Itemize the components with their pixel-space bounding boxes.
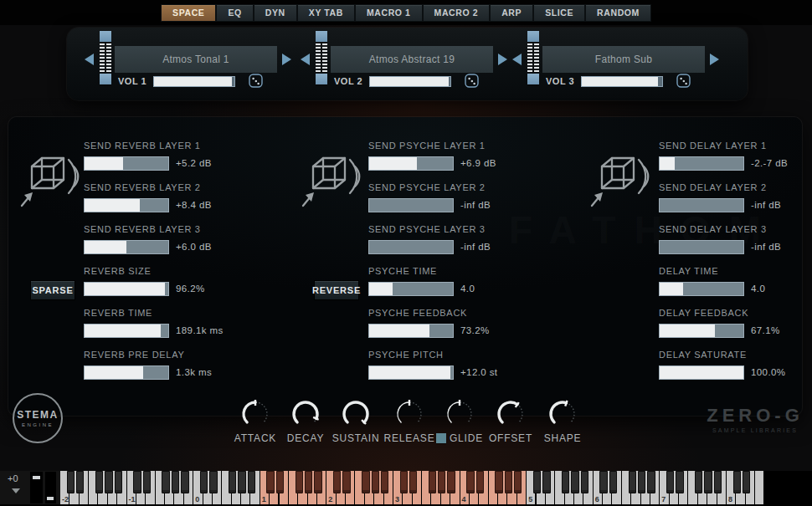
fader-handle[interactable] <box>33 476 40 479</box>
black-key[interactable] <box>542 471 550 493</box>
black-key[interactable] <box>105 471 112 493</box>
param-slider[interactable] <box>659 324 744 338</box>
black-key[interactable] <box>447 471 455 493</box>
tab-xy-tab[interactable]: XY TAB <box>298 5 354 21</box>
param-slider[interactable] <box>368 156 454 171</box>
tab-eq[interactable]: EQ <box>217 5 252 21</box>
black-key[interactable] <box>200 471 208 493</box>
black-key[interactable] <box>362 471 369 493</box>
param-slider[interactable] <box>84 282 169 296</box>
black-key[interactable] <box>647 471 655 493</box>
black-key[interactable] <box>609 471 617 493</box>
param-slider[interactable] <box>368 240 454 254</box>
param-slider[interactable] <box>368 198 454 212</box>
next-sample-button[interactable] <box>498 54 507 65</box>
param-slider[interactable] <box>659 282 744 296</box>
layer-select-top-button[interactable] <box>316 31 327 42</box>
randomize-sample-button[interactable] <box>249 74 263 88</box>
tab-dyn[interactable]: DYN <box>254 5 296 21</box>
black-key[interactable] <box>676 471 683 493</box>
black-key[interactable] <box>476 471 484 493</box>
volume-slider[interactable] <box>153 76 235 87</box>
prev-sample-button[interactable] <box>85 54 94 65</box>
black-key[interactable] <box>638 471 645 493</box>
black-key[interactable] <box>714 471 722 493</box>
volume-slider[interactable] <box>581 76 663 87</box>
param-slider[interactable] <box>659 365 744 380</box>
param-slider[interactable] <box>659 198 744 212</box>
transpose-down-arrow-icon[interactable] <box>12 488 20 493</box>
param-slider[interactable] <box>659 156 744 171</box>
layer-select-bottom-button[interactable] <box>527 74 539 84</box>
black-key[interactable] <box>581 471 588 493</box>
black-key[interactable] <box>162 471 169 493</box>
next-sample-button[interactable] <box>282 54 291 65</box>
black-key[interactable] <box>599 471 607 493</box>
black-key[interactable] <box>333 471 341 493</box>
black-key[interactable] <box>143 471 151 493</box>
black-key[interactable] <box>181 471 188 493</box>
black-key[interactable] <box>238 471 245 493</box>
black-key[interactable] <box>67 471 75 493</box>
black-key[interactable] <box>704 471 712 493</box>
param-slider[interactable] <box>368 282 454 296</box>
glide-toggle-checkbox[interactable] <box>436 433 446 443</box>
black-key[interactable] <box>505 471 512 493</box>
black-key[interactable] <box>296 471 303 493</box>
black-key[interactable] <box>266 471 274 493</box>
knob-dial[interactable] <box>482 398 539 432</box>
black-key[interactable] <box>372 471 379 493</box>
tab-slice[interactable]: SLICE <box>534 5 584 21</box>
black-key[interactable] <box>229 471 236 493</box>
black-key[interactable] <box>314 471 321 493</box>
black-key[interactable] <box>381 471 388 493</box>
param-slider[interactable] <box>659 240 744 254</box>
layer-select-bottom-button[interactable] <box>316 74 327 84</box>
layer-select-top-button[interactable] <box>527 31 539 42</box>
knob-dial[interactable] <box>381 398 438 432</box>
black-key[interactable] <box>133 471 141 493</box>
layer-select-top-button[interactable] <box>100 31 111 42</box>
black-key[interactable] <box>400 471 408 493</box>
black-key[interactable] <box>172 471 179 493</box>
toggle-reverse-button[interactable]: REVERSE <box>314 280 359 300</box>
layer-select-bottom-button[interactable] <box>100 74 111 84</box>
param-slider[interactable] <box>84 156 169 171</box>
black-key[interactable] <box>276 471 284 493</box>
param-slider[interactable] <box>84 198 169 212</box>
black-key[interactable] <box>571 471 578 493</box>
prev-sample-button[interactable] <box>301 54 310 65</box>
black-key[interactable] <box>533 471 541 493</box>
black-key[interactable] <box>305 471 312 493</box>
black-key[interactable] <box>76 471 84 493</box>
black-key[interactable] <box>733 471 741 493</box>
prev-sample-button[interactable] <box>512 54 522 65</box>
tab-random[interactable]: RANDOM <box>586 5 650 21</box>
black-key[interactable] <box>743 471 750 493</box>
mini-fader-right[interactable] <box>45 472 56 503</box>
black-key[interactable] <box>209 471 217 493</box>
tab-macro-1[interactable]: MACRO 1 <box>356 5 422 21</box>
tab-macro-2[interactable]: MACRO 2 <box>424 5 490 21</box>
knob-dial[interactable] <box>277 398 334 432</box>
param-slider[interactable] <box>84 240 169 254</box>
white-key[interactable] <box>755 471 763 504</box>
randomize-sample-button[interactable] <box>465 74 479 88</box>
black-key[interactable] <box>438 471 445 493</box>
black-key[interactable] <box>695 471 702 493</box>
knob-dial[interactable] <box>327 398 384 432</box>
black-key[interactable] <box>95 471 103 493</box>
black-key[interactable] <box>115 471 122 493</box>
black-key[interactable] <box>495 471 502 493</box>
black-key[interactable] <box>409 471 417 493</box>
tab-arp[interactable]: ARP <box>491 5 532 21</box>
black-key[interactable] <box>666 471 674 493</box>
sample-name-field[interactable]: Atmos Tonal 1 <box>115 46 277 73</box>
black-key[interactable] <box>562 471 569 493</box>
black-key[interactable] <box>429 471 436 493</box>
param-slider[interactable] <box>368 365 454 380</box>
volume-slider[interactable] <box>369 76 451 87</box>
param-slider[interactable] <box>84 365 169 380</box>
param-slider[interactable] <box>368 324 454 338</box>
sample-name-field[interactable]: Fathom Sub <box>542 46 705 73</box>
